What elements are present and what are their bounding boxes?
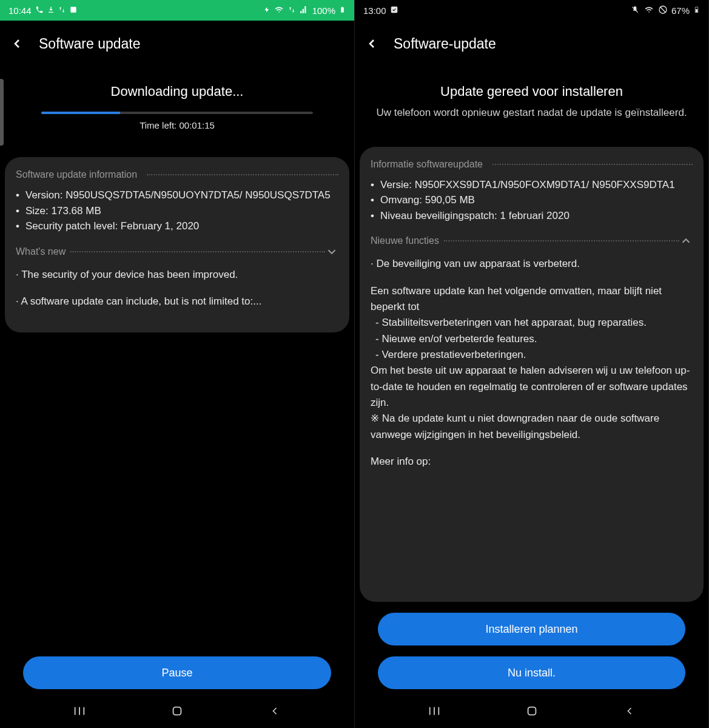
desc-line-2: · A software update can include, but is … xyxy=(16,294,338,309)
update-info-card: Informatie softwareupdate Versie: N950FX… xyxy=(360,147,704,602)
arrows-icon xyxy=(58,5,66,16)
patch-text: Niveau beveiligingspatch: 1 februari 202… xyxy=(371,208,693,224)
battery-icon xyxy=(693,5,700,16)
wifi-icon xyxy=(274,5,284,16)
svg-rect-13 xyxy=(528,707,536,715)
status-bar: 13:00 67% xyxy=(355,0,708,21)
desc-line-1: · The security of your device has been i… xyxy=(16,267,338,283)
patch-text: Security patch level: February 1, 2020 xyxy=(16,218,338,234)
whats-new-toggle[interactable]: What's new xyxy=(16,245,338,258)
home-button[interactable] xyxy=(524,703,540,719)
desc-para3: ※ Na de update kunt u niet downgraden na… xyxy=(371,411,693,443)
recents-button[interactable] xyxy=(426,703,442,719)
schedule-install-button[interactable]: Installeren plannen xyxy=(378,613,685,645)
signal-icon xyxy=(299,5,309,16)
pause-button[interactable]: Pause xyxy=(23,656,331,689)
size-text: Omvang: 590,05 MB xyxy=(371,192,693,208)
page-title: Software-update xyxy=(394,36,496,52)
desc-para1: Een software update kan het volgende omv… xyxy=(371,283,693,315)
app-header: Software update xyxy=(0,21,354,67)
progress-bar xyxy=(41,112,313,114)
size-text: Size: 173.68 MB xyxy=(16,203,338,219)
nav-bar xyxy=(0,694,354,728)
battery-percent: 67% xyxy=(671,5,690,16)
data-icon xyxy=(288,5,295,16)
more-info: Meer info op: xyxy=(371,454,693,470)
time-left: Time left: 00:01:15 xyxy=(17,120,337,130)
download-icon xyxy=(47,5,55,16)
info-header: Software update information xyxy=(16,169,137,180)
home-button[interactable] xyxy=(169,703,185,719)
status-time: 13:00 xyxy=(363,5,386,16)
back-button[interactable] xyxy=(5,32,29,56)
back-button[interactable] xyxy=(360,32,384,56)
phone-left: 10:44 xyxy=(0,0,354,728)
badge-icon xyxy=(69,5,78,16)
status-bar: 10:44 xyxy=(0,0,354,21)
downloading-title: Downloading update... xyxy=(17,84,337,99)
svg-rect-9 xyxy=(696,9,697,12)
status-time: 10:44 xyxy=(8,5,32,16)
check-icon xyxy=(390,5,398,16)
install-now-button[interactable]: Nu install. xyxy=(378,656,685,689)
update-info-card: Software update information Version: N95… xyxy=(5,157,349,332)
desc-para2: Om het beste uit uw apparaat te halen ad… xyxy=(371,363,693,411)
desc-security: · De beveiliging van uw apparaat is verb… xyxy=(371,256,693,272)
version-text: Versie: N950FXXS9DTA1/N950FOXM9DTA1/ N95… xyxy=(371,177,693,193)
svg-line-8 xyxy=(660,7,665,12)
no-data-icon xyxy=(658,5,668,16)
battery-percent: 100% xyxy=(312,5,335,16)
svg-rect-4 xyxy=(173,707,181,715)
wifi-icon xyxy=(643,5,654,16)
version-text: Version: N950USQS7DTA5/N950UOYN7DTA5/ N9… xyxy=(16,187,338,203)
battery-icon xyxy=(339,5,346,16)
chevron-up-icon xyxy=(679,234,693,248)
phone-right: 13:00 67% Software-update xyxy=(354,0,708,728)
ready-subtitle: Uw telefoon wordt opnieuw gestart nadat … xyxy=(372,106,691,120)
desc-b3: - Verdere prestatieverbeteringen. xyxy=(371,347,693,363)
svg-rect-5 xyxy=(391,6,397,13)
bolt-icon xyxy=(264,5,270,16)
app-header: Software-update xyxy=(355,21,708,67)
page-title: Software update xyxy=(39,36,141,52)
mute-icon xyxy=(630,5,640,16)
whats-new-toggle[interactable]: Nieuwe functies xyxy=(371,234,693,248)
desc-b1: - Stabiliteitsverbeteringen van het appa… xyxy=(371,315,693,331)
back-nav-button[interactable] xyxy=(267,703,283,719)
back-nav-button[interactable] xyxy=(622,703,637,719)
info-header: Informatie softwareupdate xyxy=(371,159,483,170)
phone-icon xyxy=(35,5,44,16)
recents-button[interactable] xyxy=(72,703,87,719)
nav-bar xyxy=(355,694,708,728)
scroll-indicator xyxy=(0,79,4,146)
chevron-down-icon xyxy=(325,245,338,258)
desc-b2: - Nieuwe en/of verbeterde features. xyxy=(371,331,693,347)
ready-title: Update gereed voor installeren xyxy=(372,84,691,99)
svg-rect-0 xyxy=(70,7,76,12)
